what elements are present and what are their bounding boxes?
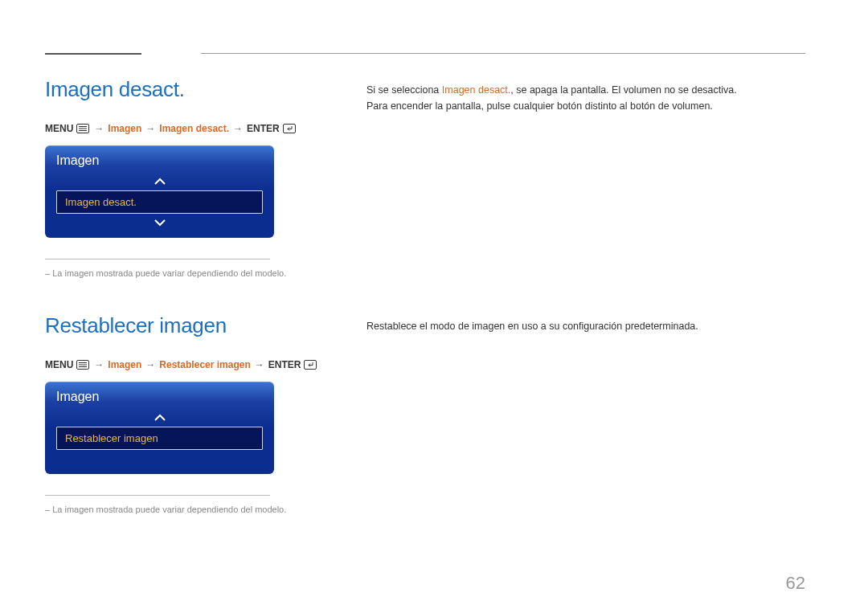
- section-imagen-desact: Imagen desact. MENU → Imagen → Imagen de…: [45, 77, 805, 280]
- right-column: Si se selecciona Imagen desact., se apag…: [366, 77, 805, 114]
- note-text: La imagen mostrada puede variar dependie…: [45, 268, 358, 280]
- rule-thin: [201, 53, 805, 54]
- page-number: 62: [786, 573, 805, 594]
- breadcrumb-menu: MENU: [45, 359, 73, 370]
- arrow-icon: →: [231, 123, 244, 134]
- chevron-up-icon: [154, 411, 166, 425]
- left-column: Imagen desact. MENU → Imagen → Imagen de…: [45, 77, 366, 280]
- section-restablecer-imagen: Restablecer imagen MENU → Imagen → Resta…: [45, 313, 805, 516]
- note-divider: [45, 259, 270, 260]
- chevron-down-icon: [154, 215, 166, 230]
- body-paragraph: Restablece el modo de imagen en uso a su…: [366, 318, 805, 334]
- breadcrumb-enter: ENTER: [268, 359, 301, 370]
- document-page: Imagen desact. MENU → Imagen → Imagen de…: [0, 0, 868, 613]
- arrow-icon: →: [92, 359, 105, 370]
- osd-title: Imagen: [45, 382, 274, 411]
- breadcrumb: MENU → Imagen → Restablecer imagen → ENT…: [45, 359, 358, 370]
- body-text: Si se selecciona: [366, 84, 442, 96]
- arrow-icon: →: [144, 359, 157, 370]
- breadcrumb-enter: ENTER: [247, 123, 280, 134]
- chevron-up-icon: [154, 174, 166, 189]
- osd-scroll-up-row: [45, 411, 274, 425]
- enter-icon: [304, 360, 317, 370]
- body-highlight: Imagen desact.: [442, 84, 510, 96]
- page-content: Imagen desact. MENU → Imagen → Imagen de…: [45, 77, 805, 550]
- osd-scroll-down-row: [45, 215, 274, 230]
- osd-panel: Imagen Restablecer imagen: [45, 382, 274, 474]
- right-column: Restablece el modo de imagen en uso a su…: [366, 313, 805, 334]
- osd-selected-item: Restablecer imagen: [56, 427, 263, 450]
- osd-title: Imagen: [45, 145, 274, 174]
- note-divider: [45, 495, 270, 496]
- breadcrumb-level2: Restablecer imagen: [159, 359, 250, 370]
- arrow-icon: →: [253, 359, 266, 370]
- body-paragraph: Si se selecciona Imagen desact., se apag…: [366, 82, 805, 98]
- body-text: , se apaga la pantalla. El volumen no se…: [510, 84, 736, 96]
- left-column: Restablecer imagen MENU → Imagen → Resta…: [45, 313, 366, 516]
- osd-scroll-up-row: [45, 174, 274, 189]
- breadcrumb-level1: Imagen: [108, 123, 141, 134]
- note-text: La imagen mostrada puede variar dependie…: [45, 504, 358, 516]
- breadcrumb-menu: MENU: [45, 123, 73, 134]
- section-heading: Restablecer imagen: [45, 313, 358, 338]
- menu-icon: [76, 124, 89, 133]
- enter-icon: [283, 124, 296, 133]
- section-heading: Imagen desact.: [45, 77, 358, 102]
- menu-icon: [76, 360, 89, 370]
- osd-selected-item: Imagen desact.: [56, 190, 263, 214]
- rule-thick: [45, 53, 141, 55]
- breadcrumb-level1: Imagen: [108, 359, 141, 370]
- breadcrumb-level2: Imagen desact.: [159, 123, 229, 134]
- arrow-icon: →: [144, 123, 157, 134]
- body-paragraph: Para encender la pantalla, pulse cualqui…: [366, 98, 805, 114]
- breadcrumb: MENU → Imagen → Imagen desact. → ENTER: [45, 123, 358, 134]
- arrow-icon: →: [92, 123, 105, 134]
- osd-panel: Imagen Imagen desact.: [45, 145, 274, 238]
